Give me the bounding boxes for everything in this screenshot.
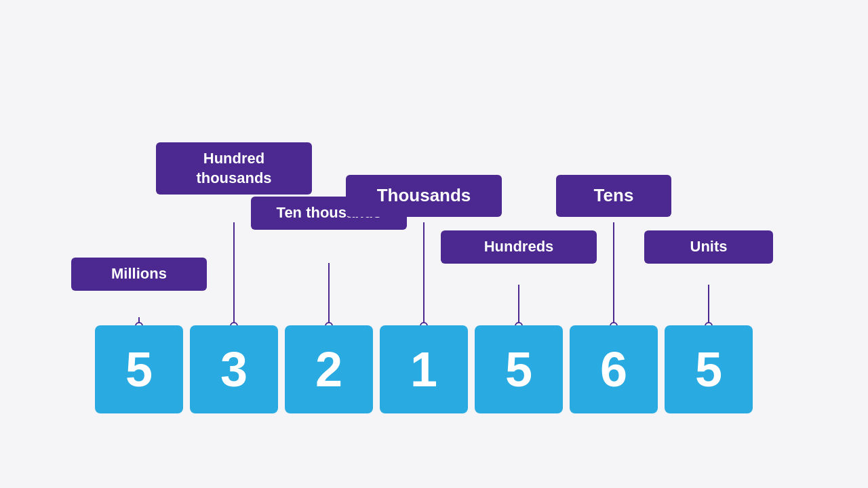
digit-hundred-thousands: 3 — [190, 325, 278, 413]
digit-units: 5 — [665, 325, 753, 413]
label-millions: Millions — [71, 258, 207, 291]
digit-millions: 5 — [95, 325, 183, 413]
digit-tens: 6 — [570, 325, 658, 413]
label-hundred-thousands: Hundred thousands — [156, 142, 312, 195]
label-tens: Tens — [556, 175, 671, 217]
digit-ten-thousands: 2 — [285, 325, 373, 413]
label-thousands: Thousands — [346, 175, 502, 217]
label-units: Units — [644, 230, 773, 264]
place-value-diagram: 5 3 2 1 5 6 5 Millions Hundred thousands… — [61, 54, 807, 434]
label-hundreds: Hundreds — [441, 230, 597, 264]
digit-hundreds: 5 — [475, 325, 563, 413]
digit-thousands: 1 — [380, 325, 468, 413]
